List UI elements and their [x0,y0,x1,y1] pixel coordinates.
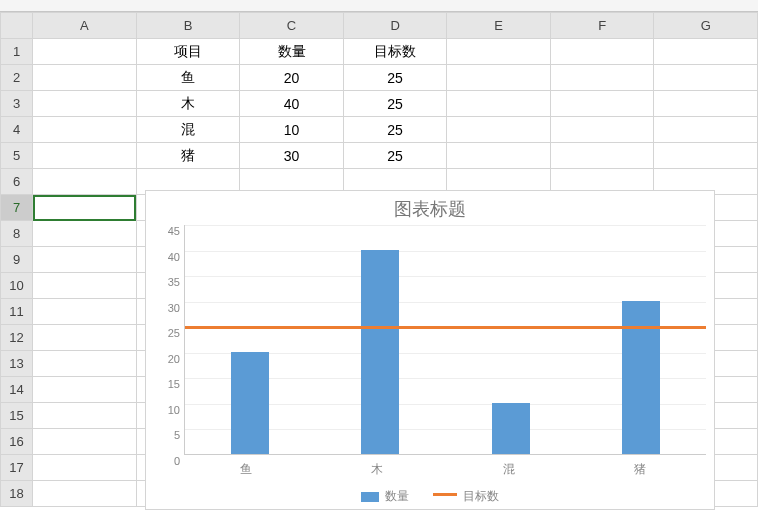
cell-F2[interactable] [550,65,654,91]
row-header-5[interactable]: 5 [1,143,33,169]
cell-A9[interactable] [33,247,137,273]
row-header-17[interactable]: 17 [1,455,33,481]
cell-C5[interactable]: 30 [240,143,344,169]
cell-G1[interactable] [654,39,758,65]
select-all-corner[interactable] [1,13,33,39]
y-tick-label: 10 [150,404,180,416]
cell-E2[interactable] [447,65,551,91]
col-header-E[interactable]: E [447,13,551,39]
cell-D3[interactable]: 25 [343,91,447,117]
cell-A5[interactable] [33,143,137,169]
cell-A17[interactable] [33,455,137,481]
bar-slot [315,225,445,454]
col-header-G[interactable]: G [654,13,758,39]
legend-item-bar: 数量 [361,488,409,505]
row-header-3[interactable]: 3 [1,91,33,117]
chart-legend: 数量 目标数 [146,478,714,505]
cell-A13[interactable] [33,351,137,377]
row-header-14[interactable]: 14 [1,377,33,403]
row-header-10[interactable]: 10 [1,273,33,299]
cell-F1[interactable] [550,39,654,65]
y-tick-label: 25 [150,327,180,339]
row-header-2[interactable]: 2 [1,65,33,91]
legend-swatch-line-icon [433,493,457,496]
cell-B5[interactable]: 猪 [136,143,240,169]
cell-B3[interactable]: 木 [136,91,240,117]
cell-A3[interactable] [33,91,137,117]
bar-slot [446,225,576,454]
bar-slot [576,225,706,454]
x-tick-label: 混 [443,455,575,478]
cell-B4[interactable]: 混 [136,117,240,143]
chart-y-axis: 051015202530354045 [150,225,184,455]
cell-G3[interactable] [654,91,758,117]
cell-E5[interactable] [447,143,551,169]
cell-A18[interactable] [33,481,137,507]
cell-G5[interactable] [654,143,758,169]
cell-E1[interactable] [447,39,551,65]
row-header-13[interactable]: 13 [1,351,33,377]
row-header-1[interactable]: 1 [1,39,33,65]
row-header-18[interactable]: 18 [1,481,33,507]
toolbar-strip [0,0,758,12]
cell-D1[interactable]: 目标数 [343,39,447,65]
col-header-D[interactable]: D [343,13,447,39]
cell-A16[interactable] [33,429,137,455]
col-header-B[interactable]: B [136,13,240,39]
cell-A11[interactable] [33,299,137,325]
cell-D5[interactable]: 25 [343,143,447,169]
bar-slot [185,225,315,454]
row-header-8[interactable]: 8 [1,221,33,247]
x-tick-label: 猪 [575,455,707,478]
cell-A4[interactable] [33,117,137,143]
cell-G4[interactable] [654,117,758,143]
chart-bar[interactable] [622,301,660,454]
cell-D4[interactable]: 25 [343,117,447,143]
x-tick-label: 木 [312,455,444,478]
chart-bar[interactable] [231,352,269,454]
row-header-6[interactable]: 6 [1,169,33,195]
col-header-F[interactable]: F [550,13,654,39]
cell-G2[interactable] [654,65,758,91]
cell-C3[interactable]: 40 [240,91,344,117]
cell-A6[interactable] [33,169,137,195]
row-header-11[interactable]: 11 [1,299,33,325]
embedded-chart[interactable]: 图表标题 051015202530354045 鱼木混猪 数量 目标数 [145,190,715,510]
chart-bar[interactable] [361,250,399,454]
cell-A1[interactable] [33,39,137,65]
cell-A14[interactable] [33,377,137,403]
y-tick-label: 15 [150,378,180,390]
cell-A8[interactable] [33,221,137,247]
cell-F3[interactable] [550,91,654,117]
cell-D2[interactable]: 25 [343,65,447,91]
chart-bar[interactable] [492,403,530,454]
cell-A2[interactable] [33,65,137,91]
cell-A15[interactable] [33,403,137,429]
cell-C2[interactable]: 20 [240,65,344,91]
col-header-C[interactable]: C [240,13,344,39]
chart-target-line[interactable] [185,326,706,329]
row-header-4[interactable]: 4 [1,117,33,143]
cell-C1[interactable]: 数量 [240,39,344,65]
cell-C4[interactable]: 10 [240,117,344,143]
cell-B1[interactable]: 项目 [136,39,240,65]
cell-F4[interactable] [550,117,654,143]
cell-E3[interactable] [447,91,551,117]
y-tick-label: 45 [150,225,180,237]
cell-B2[interactable]: 鱼 [136,65,240,91]
row-header-12[interactable]: 12 [1,325,33,351]
cell-A10[interactable] [33,273,137,299]
legend-label-bar: 数量 [385,489,409,503]
row-header-7[interactable]: 7 [1,195,33,221]
y-tick-label: 0 [150,455,180,467]
cell-A7[interactable] [33,195,137,221]
row-header-15[interactable]: 15 [1,403,33,429]
row-header-16[interactable]: 16 [1,429,33,455]
cell-E4[interactable] [447,117,551,143]
col-header-A[interactable]: A [33,13,137,39]
y-tick-label: 30 [150,302,180,314]
row-header-9[interactable]: 9 [1,247,33,273]
cell-A12[interactable] [33,325,137,351]
spreadsheet-area: A B C D E F G 1项目数量目标数2鱼20253木40254混1025… [0,12,758,507]
cell-F5[interactable] [550,143,654,169]
